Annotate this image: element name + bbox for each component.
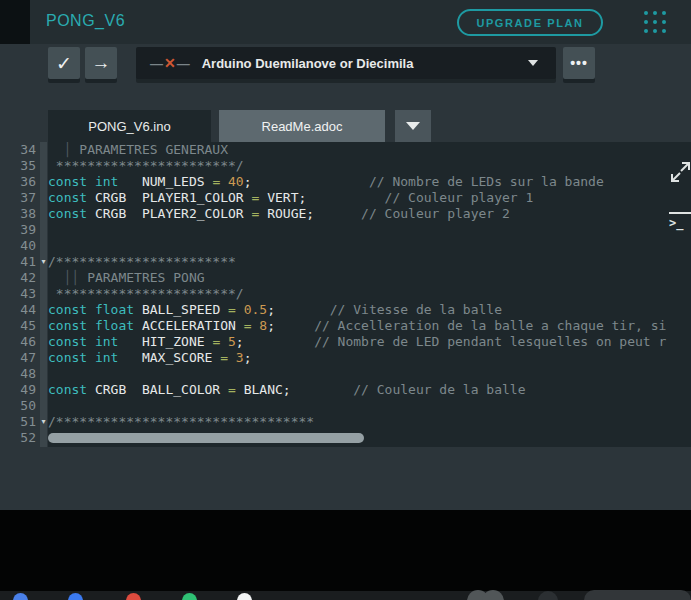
code-line[interactable]: const int HIT_ZONE = 5; // Nombre de LED… — [48, 334, 691, 350]
line-number: 37 — [0, 190, 36, 206]
code-line[interactable]: /*********************** — [48, 254, 691, 270]
code-line[interactable]: const int NUM_LEDS = 40; // Nombre de LE… — [48, 174, 691, 190]
code-line[interactable] — [48, 366, 691, 382]
code-area[interactable]: │ PARAMETRES GENERAUX ******************… — [48, 142, 691, 447]
arrow-right-icon: → — [92, 52, 111, 74]
upload-button[interactable]: → — [85, 47, 117, 79]
line-number: 39 — [0, 222, 36, 238]
tab-pong-v6-ino[interactable]: PONG_V6.ino — [48, 110, 211, 142]
tab-list-dropdown[interactable] — [395, 110, 431, 142]
line-number: 41 — [0, 254, 36, 270]
bottom-panel-area — [0, 447, 691, 510]
fold-marker[interactable]: ▾ — [39, 417, 48, 427]
arduino-cloud-editor: PONG_V6 UPGRADE PLAN ✓ → —✕— Arduino Due… — [0, 0, 691, 600]
more-options-button[interactable]: ••• — [563, 47, 595, 79]
line-number: 38 — [0, 206, 36, 222]
console-toggle-icon[interactable]: >_ — [669, 212, 691, 234]
board-disconnected-icon: —✕— — [150, 55, 190, 71]
apps-grid-icon[interactable] — [644, 11, 667, 34]
dock-app-green[interactable] — [182, 593, 197, 600]
line-number: 35 — [0, 158, 36, 174]
top-header: PONG_V6 UPGRADE PLAN — [0, 0, 691, 44]
dock-app-red[interactable] — [126, 593, 141, 600]
check-icon: ✓ — [56, 52, 72, 75]
code-line[interactable]: const CRGB BALL_COLOR = BLANC; // Couleu… — [48, 382, 691, 398]
code-line[interactable]: const CRGB PLAYER2_COLOR = ROUGE; // Cou… — [48, 206, 691, 222]
line-number: 34 — [0, 142, 36, 158]
desktop-black-area — [0, 510, 691, 591]
line-number: 48 — [0, 366, 36, 382]
dock-app-blue-1[interactable] — [13, 593, 28, 600]
code-line[interactable]: const CRGB PLAYER1_COLOR = VERT; // Coul… — [48, 190, 691, 206]
dock-app-white[interactable] — [237, 593, 252, 600]
code-line[interactable] — [48, 222, 691, 238]
code-line[interactable]: const int MAX_SCORE = 3; — [48, 350, 691, 366]
line-number: 47 — [0, 350, 36, 366]
line-number: 45 — [0, 318, 36, 334]
line-number: 44 — [0, 302, 36, 318]
line-number: 36 — [0, 174, 36, 190]
sketch-title: PONG_V6 — [46, 12, 125, 30]
fold-gutter-strip — [40, 142, 47, 447]
chevron-down-icon — [528, 60, 538, 66]
header-black-corner — [0, 0, 30, 44]
board-name-label: Arduino Duemilanove or Diecimila — [202, 56, 414, 71]
line-number: 46 — [0, 334, 36, 350]
code-line[interactable] — [48, 238, 691, 254]
line-number-gutter: 34353637383940414243444546474849505152 — [0, 142, 36, 447]
line-number: 42 — [0, 270, 36, 286]
code-line[interactable]: ││ PARAMETRES PONG — [48, 270, 691, 286]
ellipsis-icon: ••• — [570, 55, 588, 71]
horizontal-scrollbar[interactable] — [48, 433, 364, 443]
tab-readme-adoc[interactable]: ReadMe.adoc — [219, 110, 385, 142]
line-number: 51 — [0, 414, 36, 430]
line-number: 43 — [0, 286, 36, 302]
code-line[interactable]: │ PARAMETRES GENERAUX — [48, 142, 691, 158]
code-line[interactable]: ***********************/ — [48, 286, 691, 302]
upgrade-plan-button[interactable]: UPGRADE PLAN — [457, 9, 603, 36]
verify-button[interactable]: ✓ — [48, 47, 80, 79]
line-number: 50 — [0, 398, 36, 414]
line-number: 52 — [0, 430, 36, 446]
dock-dark-circle[interactable] — [538, 591, 558, 600]
fold-marker[interactable]: ▾ — [39, 257, 48, 267]
dock-gray-pair-2[interactable] — [482, 590, 504, 600]
code-line[interactable] — [48, 398, 691, 414]
expand-editor-icon[interactable] — [669, 160, 691, 184]
line-number: 49 — [0, 382, 36, 398]
dock-app-blue-2[interactable] — [68, 593, 83, 600]
code-line[interactable]: const float BALL_SPEED = 0.5; // Vitesse… — [48, 302, 691, 318]
code-line[interactable]: /********************************* — [48, 414, 691, 430]
line-number: 40 — [0, 238, 36, 254]
dock-panel[interactable] — [584, 590, 691, 600]
code-line[interactable]: ***********************/ — [48, 158, 691, 174]
chevron-down-icon — [406, 122, 420, 130]
dock-bar — [0, 591, 691, 600]
board-selector-dropdown[interactable]: —✕— Arduino Duemilanove or Diecimila — [136, 47, 556, 79]
code-line[interactable]: const float ACCELERATION = 8; // Accelle… — [48, 318, 691, 334]
